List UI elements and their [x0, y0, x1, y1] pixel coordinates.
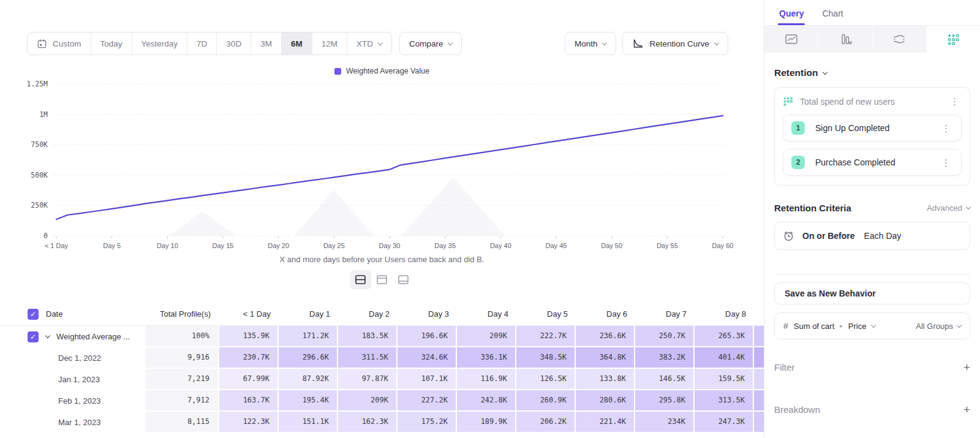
report-tab-funnels[interactable] [818, 26, 872, 53]
value-cell: 122.3K [219, 412, 279, 433]
value-cell: 234K [635, 412, 695, 433]
value-cell: 296.6K [279, 347, 338, 369]
value-cell: 227.2K [398, 390, 457, 412]
step-number-badge: 1 [791, 121, 805, 135]
criteria-timing-card[interactable]: On or Before Each Day [774, 222, 970, 250]
value-cell: 383.2K [635, 347, 695, 369]
range-button-custom[interactable]: Custom [28, 32, 91, 55]
measure-subproperty[interactable]: Price [848, 322, 867, 331]
tab-query[interactable]: Query [779, 9, 804, 25]
behavior-title: Total spend of new users [800, 97, 895, 107]
range-button-xtd[interactable]: XTD [347, 32, 391, 55]
range-button-today[interactable]: Today [91, 32, 132, 55]
number-property-icon: # [783, 321, 788, 331]
total-profiles-cell: 7,219 [146, 369, 219, 390]
step-label: Purchase Completed [815, 157, 895, 167]
compare-button[interactable]: Compare [399, 32, 462, 55]
svg-text:250K: 250K [31, 201, 48, 210]
select-all-checkbox[interactable]: ✓ [28, 309, 39, 320]
range-label: 7D [197, 39, 207, 48]
report-tab-insights[interactable] [764, 26, 818, 53]
behavior-header: Total spend of new users ⋮ [783, 96, 962, 107]
value-cell: 151.1K [279, 412, 338, 433]
timing-mode: On or Before [802, 231, 855, 241]
report-tab-retention[interactable] [927, 26, 980, 53]
svg-text:750K: 750K [31, 140, 48, 149]
kebab-menu-icon[interactable]: ⋮ [939, 157, 953, 168]
value-cell: 230.7K [219, 347, 279, 369]
range-button-3m[interactable]: 3M [251, 32, 281, 55]
legend-label: Weighted Average Value [346, 67, 429, 75]
table-view-icon [398, 274, 409, 285]
report-tab-flows[interactable] [873, 26, 927, 53]
add-filter-button[interactable]: + [963, 361, 970, 373]
header-day-5: Day 5 [516, 309, 576, 319]
report-type-tabs [764, 25, 980, 53]
step-label: Sign Up Completed [815, 123, 889, 133]
svg-text:Day 45: Day 45 [546, 242, 567, 249]
row-label[interactable]: Mar 1, 2023 [58, 418, 100, 427]
range-button-7d[interactable]: 7D [187, 32, 216, 55]
value-cell: 401.4K [695, 347, 754, 369]
svg-text:Day 5: Day 5 [103, 242, 121, 249]
table-header-row: ✓DateTotal Profile(s)< 1 DayDay 1Day 2Da… [0, 303, 764, 326]
table-row: Mar 1, 20238,115122.3K151.1K162.3K175.2K… [0, 412, 764, 433]
header-day-6: Day 6 [576, 309, 635, 319]
value-cell: 311.5K [338, 347, 398, 369]
row-label[interactable]: Weighted Average ... [56, 332, 130, 341]
value-cell: 159.5K [695, 369, 754, 390]
row-date-cell: ✓Weighted Average ... [0, 326, 146, 347]
value-cell: 195.4K [279, 390, 338, 412]
value-cell-clipped [754, 326, 764, 347]
toolbar-right: Month Retention Curve [565, 32, 728, 55]
value-cell: 196.6K [398, 326, 457, 347]
tab-chart[interactable]: Chart [822, 9, 843, 25]
value-cell: 107.1K [398, 369, 457, 390]
kebab-menu-icon[interactable]: ⋮ [939, 123, 953, 134]
row-checkbox[interactable]: ✓ [28, 331, 39, 342]
granularity-button[interactable]: Month [565, 32, 617, 55]
granularity-label: Month [575, 39, 598, 48]
row-label[interactable]: Jan 1, 2023 [58, 375, 100, 384]
range-label: 3M [260, 39, 272, 48]
save-as-new-behavior-button[interactable]: Save as New Behavior [774, 282, 970, 304]
kebab-menu-icon[interactable]: ⋮ [948, 96, 962, 107]
header-total-profiles: Total Profile(s) [146, 309, 219, 319]
header-date-label: Date [46, 309, 62, 319]
behavior-steps: 1Sign Up Completed⋮2Purchase Completed⋮ [783, 115, 962, 176]
range-button-6m[interactable]: 6M [281, 32, 312, 55]
value-cell: 260.9K [516, 390, 576, 412]
chevron-down-icon [871, 322, 876, 327]
split-view-button[interactable] [350, 270, 371, 289]
svg-text:< 1 Day: < 1 Day [45, 242, 69, 249]
value-cell: 313.5K [695, 390, 754, 412]
row-label[interactable]: Dec 1, 2022 [58, 353, 101, 363]
range-button-12m[interactable]: 12M [312, 32, 347, 55]
expand-chevron-icon[interactable] [45, 333, 50, 338]
chart-view-button[interactable] [372, 270, 393, 289]
table-row: Dec 1, 20229,916230.7K296.6K311.5K324.6K… [0, 347, 764, 369]
range-button-30d[interactable]: 30D [216, 32, 251, 55]
behavior-step-2[interactable]: 2Purchase Completed⋮ [783, 149, 962, 176]
behavior-step-1[interactable]: 1Sign Up Completed⋮ [783, 115, 962, 142]
breakdown-section: Breakdown + [774, 404, 970, 415]
row-label[interactable]: Feb 1, 2023 [58, 396, 100, 406]
add-breakdown-button[interactable]: + [963, 404, 970, 415]
table-view-button[interactable] [393, 270, 414, 289]
table-body: ✓Weighted Average ...100%135.9K171.2K183… [0, 326, 764, 433]
range-button-yesterday[interactable]: Yesterday [132, 32, 187, 55]
groups-dropdown[interactable]: All Groups [916, 322, 961, 331]
chevron-down-icon [957, 322, 962, 327]
header-day-2: Day 2 [338, 309, 398, 319]
advanced-dropdown[interactable]: Advanced [927, 203, 970, 213]
sidebar-tabs: Query Chart [764, 0, 980, 25]
svg-text:Day 35: Day 35 [434, 242, 456, 249]
section-retention[interactable]: Retention [774, 67, 970, 78]
value-cell-clipped [754, 390, 764, 412]
header-day-4: Day 4 [457, 309, 516, 319]
chevron-down-icon [448, 40, 453, 45]
chart-type-button[interactable]: Retention Curve [622, 32, 728, 55]
retention-chart: 0250K500K750K1M1.25M< 1 DayDay 5Day 10Da… [0, 76, 764, 254]
measure-property[interactable]: Sum of cart [794, 322, 834, 331]
split-view-icon [355, 274, 366, 285]
